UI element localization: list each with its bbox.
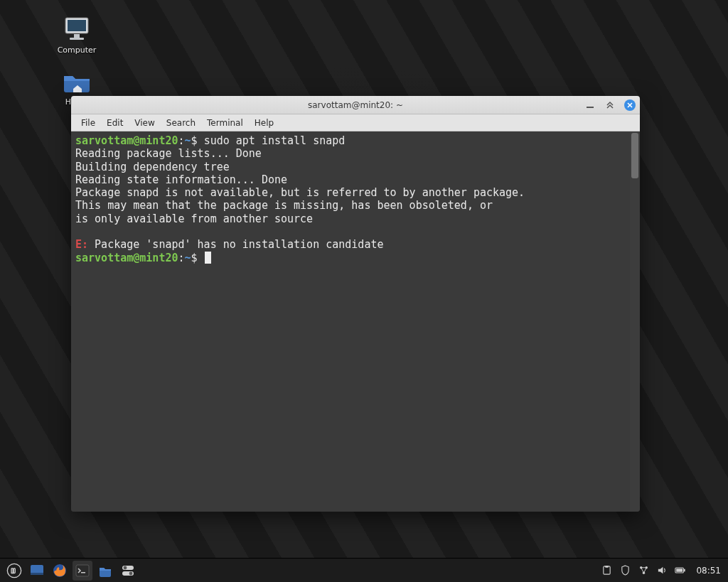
firefox-button[interactable] — [50, 561, 70, 581]
terminal-output-line: Building dependency tree — [75, 161, 230, 173]
terminal-error-rest: Package 'snapd' has no installation cand… — [88, 238, 383, 251]
terminal-scrollbar[interactable] — [630, 131, 640, 512]
terminal-output-line: This may mean that the package is missin… — [75, 199, 493, 212]
desktop-icon-label: Computer — [58, 45, 97, 55]
panel-launchers — [4, 561, 138, 581]
terminal-cursor — [205, 252, 211, 264]
menu-view[interactable]: View — [129, 116, 160, 130]
panel: 08:51 — [0, 558, 728, 582]
prompt-sigil: $ — [191, 134, 198, 147]
menu-file[interactable]: File — [75, 116, 101, 130]
tray-network[interactable] — [638, 565, 649, 576]
svg-rect-3 — [74, 34, 80, 38]
menu-search[interactable]: Search — [161, 116, 201, 130]
terminal-button[interactable] — [73, 561, 92, 581]
svg-point-15 — [129, 571, 133, 575]
shield-icon — [620, 565, 631, 576]
settings-toggle-icon — [120, 563, 136, 578]
terminal-body[interactable]: sarvottam@mint20:~$ sudo apt install sna… — [71, 131, 640, 512]
tray-volume[interactable] — [656, 565, 668, 576]
folder-home-icon — [61, 68, 92, 95]
files-button[interactable] — [95, 561, 115, 581]
prompt-host: mint20 — [139, 134, 178, 147]
mint-menu-icon — [6, 563, 22, 578]
svg-rect-2 — [68, 20, 86, 31]
terminal-output-line: Reading package lists... Done — [75, 147, 262, 160]
terminal-window: sarvottam@mint20: ~ File Edit View Searc… — [71, 96, 640, 512]
desktop-icon-computer[interactable]: Computer — [54, 16, 100, 55]
terminal-output-line: is only available from another source — [75, 212, 313, 225]
svg-rect-4 — [70, 38, 84, 40]
battery-icon — [675, 565, 686, 576]
system-tray: 08:51 — [601, 565, 724, 576]
volume-icon — [657, 565, 668, 576]
computer-icon — [61, 16, 92, 43]
show-desktop-icon — [29, 563, 45, 578]
svg-rect-11 — [81, 572, 85, 573]
clipboard-icon — [601, 565, 612, 576]
tray-clipboard[interactable] — [601, 565, 612, 576]
window-minimize-button[interactable] — [584, 99, 596, 111]
window-close-button[interactable] — [624, 99, 636, 111]
svg-rect-23 — [677, 568, 683, 571]
desktop-icons-area: Computer Home — [54, 16, 100, 107]
tray-shield[interactable] — [619, 565, 631, 576]
terminal-icon — [75, 563, 90, 578]
svg-point-13 — [124, 566, 127, 569]
window-menubar: File Edit View Search Terminal Help — [71, 114, 640, 131]
prompt-host: mint20 — [139, 252, 178, 264]
prompt-colon: : — [178, 252, 185, 264]
firefox-icon — [52, 563, 68, 578]
panel-clock[interactable]: 08:51 — [693, 566, 724, 576]
svg-rect-22 — [684, 569, 685, 572]
terminal-output-line: Package snapd is not available, but is r… — [75, 186, 525, 199]
terminal-scrollbar-thumb[interactable] — [631, 133, 638, 178]
svg-point-6 — [7, 564, 21, 577]
svg-rect-10 — [76, 565, 89, 576]
show-desktop-button[interactable] — [27, 561, 47, 581]
window-controls — [584, 96, 636, 114]
window-title: sarvottam@mint20: ~ — [308, 100, 403, 110]
svg-rect-17 — [605, 566, 609, 568]
prompt-sigil: $ — [191, 252, 198, 264]
terminal-output-line: Reading state information... Done — [75, 173, 287, 186]
terminal-command: sudo apt install snapd — [204, 134, 346, 147]
prompt-at: @ — [133, 252, 139, 264]
menu-terminal[interactable]: Terminal — [201, 116, 249, 130]
svg-rect-8 — [31, 573, 43, 575]
window-maximize-button[interactable] — [604, 99, 616, 111]
window-titlebar[interactable]: sarvottam@mint20: ~ — [71, 96, 640, 114]
menu-button[interactable] — [4, 561, 24, 581]
network-icon — [638, 565, 649, 576]
prompt-colon: : — [178, 134, 185, 147]
settings-button[interactable] — [118, 561, 138, 581]
folder-icon — [97, 563, 113, 578]
terminal-error-prefix: E: — [75, 238, 88, 251]
prompt-user: sarvottam — [75, 252, 133, 264]
menu-edit[interactable]: Edit — [101, 116, 129, 130]
tray-battery[interactable] — [675, 565, 686, 576]
menu-help[interactable]: Help — [249, 116, 279, 130]
prompt-user: sarvottam — [75, 134, 133, 147]
svg-rect-5 — [587, 107, 594, 108]
prompt-path: ~ — [185, 252, 191, 264]
prompt-path: ~ — [185, 134, 191, 147]
prompt-at: @ — [133, 134, 139, 147]
